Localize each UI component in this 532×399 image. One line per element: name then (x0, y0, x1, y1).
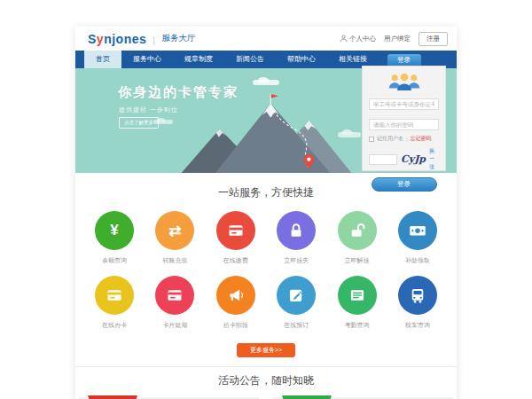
service-school-bus-inquiry[interactable]: 校车查询 (393, 276, 442, 330)
user-bind-label: 用户绑定 (384, 35, 411, 43)
service-transfer-recharge[interactable]: ⇄ 转账充值 (150, 211, 200, 265)
edit-icon (287, 286, 305, 304)
announcements-title: 活动公告，随时知晓 (75, 373, 457, 388)
captcha-image[interactable]: CyJp (401, 153, 426, 165)
bus-icon (409, 286, 426, 304)
user-center-label: 个人中心 (349, 35, 376, 43)
lock-icon (287, 222, 305, 239)
megaphone-icon (227, 286, 245, 304)
logo-divider: | (153, 35, 155, 45)
logo-text: S (88, 32, 97, 46)
bank-card-icon (106, 286, 123, 304)
login-tab[interactable]: 登录 (387, 54, 421, 66)
service-balance-inquiry[interactable]: ¥ 余额查询 (90, 211, 139, 265)
flag-icon (271, 94, 278, 98)
person-icon (340, 35, 348, 43)
hero-title: 你身边的卡管专家 (118, 84, 239, 101)
attendance-list-icon (348, 286, 366, 304)
nav-item-news[interactable]: 新闻公告 (224, 51, 276, 68)
service-attendance-inquiry[interactable]: 考勤查询 (332, 276, 382, 330)
site-name: 服务大厅 (161, 33, 195, 44)
captcha-input[interactable] (369, 154, 397, 165)
remember-checkbox[interactable] (369, 137, 374, 142)
logo-text-rest: njones (104, 32, 146, 46)
captcha-refresh-link[interactable]: 换一张 (429, 147, 439, 171)
tab-usage-guide-left[interactable]: 使用指南 (88, 395, 137, 399)
service-online-payment[interactable]: 在线缴费 (211, 211, 261, 265)
mountain-illustration (180, 91, 353, 173)
cloud (253, 80, 279, 85)
services-section: 一站服务，方便快捷 ¥ 余额查询 ⇄ 转账充值 在线缴费 立即挂失 (75, 173, 457, 366)
hero-cta-button[interactable]: 点击了解更多 (119, 117, 159, 129)
unlock-icon (348, 222, 366, 239)
top-header: Synjones| 服务大厅 个人中心 用户绑定 注册 (75, 27, 457, 51)
bank-card-icon (227, 222, 245, 239)
service-subsidy-collection[interactable]: 补助领取 (393, 211, 442, 265)
nav-item-service-center[interactable]: 服务中心 (121, 51, 173, 68)
login-panel: 登录 记住用户名 | 忘记密码 CyJp 换一张 登录 (362, 54, 446, 171)
divider: | (406, 137, 408, 142)
logo-accent: y (97, 32, 104, 46)
yuan-icon: ¥ (110, 222, 118, 239)
users-group-icon (387, 72, 422, 91)
hero-subtitle: 提供捷径 一步到位 (119, 106, 178, 114)
page: Synjones| 服务大厅 个人中心 用户绑定 注册 首页 服务中心 规章制度… (75, 27, 457, 399)
banknote-icon (408, 221, 427, 240)
login-button[interactable]: 登录 (372, 177, 437, 192)
service-online-card-apply[interactable]: 在线办卡 (90, 276, 139, 330)
service-cancel-loss[interactable]: 立即解挂 (332, 211, 382, 265)
bank-card-icon (166, 286, 184, 304)
service-online-booking[interactable]: 在线预订 (271, 276, 321, 330)
forgot-password-link[interactable]: 忘记密码 (411, 135, 432, 143)
user-bind-link[interactable]: 用户绑定 (384, 35, 411, 43)
tab-usage-guide-right[interactable]: 使用指南 (282, 395, 332, 399)
more-services-button[interactable]: 更多服务>> (237, 343, 295, 357)
service-report-loss[interactable]: 立即挂失 (271, 211, 321, 265)
register-button[interactable]: 注册 (419, 32, 448, 46)
logo[interactable]: Synjones| (88, 32, 161, 46)
nav-item-help[interactable]: 帮助中心 (276, 51, 327, 68)
service-card-extension[interactable]: 卡片延期 (150, 276, 200, 330)
remember-label: 记住用户名 (377, 135, 403, 143)
transfer-arrows-icon: ⇄ (168, 222, 181, 240)
service-lost-card-claim[interactable]: 拾卡招领 (211, 276, 261, 330)
nav-item-home[interactable]: 首页 (84, 51, 121, 68)
username-input[interactable] (369, 98, 439, 110)
user-center-link[interactable]: 个人中心 (340, 35, 376, 43)
password-input[interactable] (369, 119, 439, 130)
nav-item-rules[interactable]: 规章制度 (173, 51, 224, 68)
announcements-section: 活动公告，随时知晓 使用指南 最新公告 更多>> 使用指南 更多>> (75, 366, 457, 399)
